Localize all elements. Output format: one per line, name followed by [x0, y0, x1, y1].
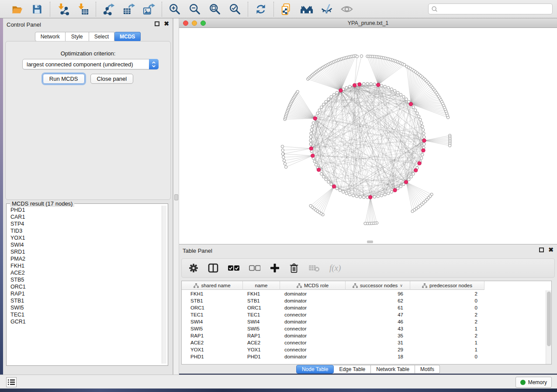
- hide-selected-button[interactable]: [318, 2, 335, 17]
- network-node[interactable]: [366, 83, 369, 85]
- network-hub-node[interactable]: [405, 180, 408, 184]
- result-node-item[interactable]: YOX1: [7, 234, 162, 241]
- network-node[interactable]: [363, 83, 365, 85]
- network-node[interactable]: [325, 178, 327, 181]
- result-node-item[interactable]: STP4: [7, 220, 162, 227]
- network-node[interactable]: [349, 193, 351, 196]
- memory-button[interactable]: Memory: [515, 377, 552, 388]
- network-node[interactable]: [339, 189, 341, 192]
- refresh-layout-button[interactable]: [253, 2, 269, 17]
- network-node[interactable]: [396, 91, 399, 94]
- network-hub-node[interactable]: [317, 168, 320, 172]
- network-node[interactable]: [373, 196, 376, 198]
- result-node-item[interactable]: SWI5: [7, 304, 162, 311]
- network-node[interactable]: [422, 128, 424, 131]
- save-session-button[interactable]: [29, 2, 45, 17]
- column-header-successor-nodes[interactable]: successor nodes∨: [346, 281, 410, 290]
- zoom-fit-button[interactable]: [207, 2, 223, 17]
- network-hub-node[interactable]: [332, 185, 336, 188]
- import-network-button[interactable]: [55, 2, 71, 17]
- network-node[interactable]: [393, 89, 396, 92]
- deselect-all-button[interactable]: [249, 265, 260, 271]
- result-node-item[interactable]: FKH1: [7, 262, 162, 269]
- table-row[interactable]: RAP1RAP1dominator352: [182, 332, 546, 339]
- result-node-item[interactable]: SWI4: [7, 241, 162, 248]
- result-node-item[interactable]: RAP1: [7, 290, 162, 297]
- tab-style[interactable]: Style: [66, 32, 89, 41]
- tab-select[interactable]: Select: [89, 32, 114, 41]
- network-node[interactable]: [309, 143, 312, 145]
- network-node[interactable]: [399, 185, 402, 188]
- network-node[interactable]: [423, 143, 426, 145]
- network-node[interactable]: [336, 91, 338, 94]
- tab-network[interactable]: Network: [35, 32, 66, 41]
- table-row[interactable]: SWI4SWI4dominator462: [182, 318, 546, 325]
- network-leaf-node[interactable]: [284, 165, 287, 168]
- network-node[interactable]: [410, 175, 412, 178]
- search-box[interactable]: [428, 3, 553, 14]
- table-row[interactable]: ACE2ACE2connector311: [182, 339, 546, 346]
- network-node[interactable]: [384, 85, 386, 88]
- network-leaf-node[interactable]: [411, 210, 414, 213]
- network-hscrollbar-thumb[interactable]: [367, 241, 373, 243]
- network-leaf-node[interactable]: [296, 90, 299, 93]
- network-node[interactable]: [311, 125, 314, 127]
- network-node[interactable]: [342, 190, 344, 193]
- network-leaf-node[interactable]: [448, 144, 451, 147]
- network-hub-node[interactable]: [358, 83, 361, 86]
- network-node[interactable]: [373, 83, 376, 86]
- window-close-button[interactable]: [183, 21, 188, 26]
- network-node[interactable]: [327, 181, 330, 183]
- show-all-button[interactable]: [339, 2, 355, 17]
- tab-motifs[interactable]: Motifs: [415, 365, 440, 374]
- network-node[interactable]: [390, 88, 393, 90]
- result-node-item[interactable]: PHD1: [7, 206, 162, 213]
- float-table-panel-icon[interactable]: [539, 248, 544, 252]
- select-all-button[interactable]: [228, 265, 239, 271]
- network-node[interactable]: [408, 178, 410, 181]
- zoom-in-button[interactable]: [166, 2, 183, 17]
- network-hub-node[interactable]: [418, 162, 421, 165]
- network-node[interactable]: [330, 183, 332, 186]
- network-node[interactable]: [322, 175, 325, 178]
- delete-column-button[interactable]: [289, 263, 299, 273]
- network-leaf-node[interactable]: [446, 116, 449, 119]
- result-node-item[interactable]: ACE2: [7, 269, 162, 276]
- network-hub-node[interactable]: [309, 147, 313, 150]
- network-node[interactable]: [352, 194, 354, 197]
- result-list-scrollbar[interactable]: [162, 206, 166, 364]
- network-node[interactable]: [417, 115, 420, 117]
- network-node[interactable]: [370, 83, 372, 85]
- network-node[interactable]: [387, 192, 390, 195]
- network-node[interactable]: [327, 98, 330, 100]
- network-hub-node[interactable]: [311, 154, 315, 158]
- network-node[interactable]: [325, 100, 327, 103]
- network-node[interactable]: [387, 86, 390, 89]
- network-hub-node[interactable]: [369, 196, 372, 199]
- zoom-selected-button[interactable]: [227, 2, 243, 17]
- run-mcds-button[interactable]: Run MCDS: [43, 74, 85, 84]
- network-node[interactable]: [330, 96, 332, 98]
- result-node-item[interactable]: TEC1: [7, 311, 162, 318]
- network-node[interactable]: [332, 93, 335, 96]
- mcds-result-list[interactable]: PHD1CAR1STP4TID3YOX1SWI4SRD1PMA2FKH1ACE2…: [7, 206, 162, 364]
- network-node[interactable]: [310, 132, 312, 135]
- network-node[interactable]: [423, 136, 426, 138]
- close-table-panel-icon[interactable]: ✖: [548, 248, 554, 252]
- close-panel-button[interactable]: Close panel: [90, 74, 134, 84]
- window-zoom-button[interactable]: [201, 21, 206, 26]
- network-node[interactable]: [414, 109, 417, 111]
- result-node-item[interactable]: SRD1: [7, 248, 162, 255]
- table-row[interactable]: FKH1FKH1dominator962: [182, 290, 546, 297]
- network-leaf-node[interactable]: [403, 63, 405, 66]
- tab-network-table[interactable]: Network Table: [371, 365, 415, 374]
- delete-table-button[interactable]: [308, 264, 320, 272]
- network-node[interactable]: [336, 187, 338, 190]
- column-header-shared-name[interactable]: shared name: [182, 281, 243, 290]
- network-node[interactable]: [318, 109, 321, 111]
- network-node[interactable]: [396, 187, 399, 190]
- splitter-handle[interactable]: [174, 194, 178, 200]
- network-node[interactable]: [320, 172, 323, 175]
- network-node[interactable]: [420, 122, 422, 124]
- network-node[interactable]: [320, 106, 323, 108]
